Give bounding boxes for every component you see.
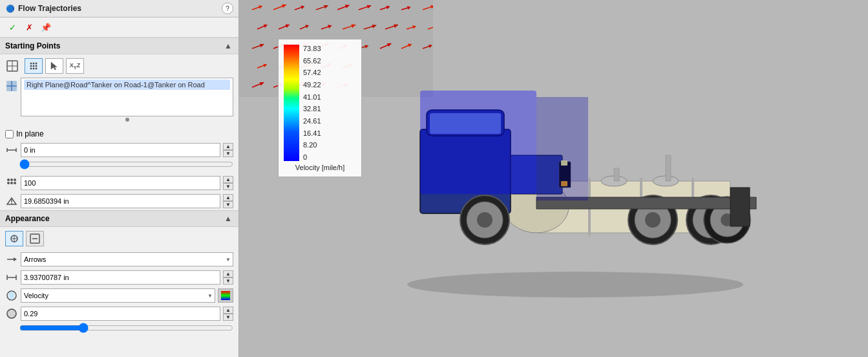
size-up[interactable]: ▲ xyxy=(223,270,233,277)
legend-val-6: 24.61 xyxy=(303,117,321,125)
svg-marker-163 xyxy=(260,44,264,48)
svg-point-3 xyxy=(30,63,32,65)
legend-val-9: 0 xyxy=(303,153,321,161)
svg-marker-111 xyxy=(351,24,355,28)
svg-marker-45 xyxy=(282,5,286,8)
svg-marker-115 xyxy=(394,24,398,28)
svg-marker-113 xyxy=(372,25,377,28)
distance-down[interactable]: ▼ xyxy=(223,150,233,157)
distance-input[interactable]: 0 in xyxy=(21,143,220,157)
svg-marker-117 xyxy=(412,25,416,29)
count-icon xyxy=(5,177,18,189)
count-down[interactable]: ▼ xyxy=(223,183,233,190)
starting-points-label: Starting Points xyxy=(5,41,60,50)
list-area: Right Plane@Road^Tanker on Road-1@Tanker… xyxy=(5,78,233,123)
opacity-slider[interactable] xyxy=(19,323,233,333)
opacity-spinner[interactable]: ▲ ▼ xyxy=(223,307,233,321)
svg-line-162 xyxy=(252,45,264,49)
size-down[interactable]: ▼ xyxy=(223,277,233,285)
svg-line-46 xyxy=(295,6,304,10)
legend-gradient xyxy=(284,45,299,161)
starting-points-collapse[interactable]: ▲ xyxy=(223,41,233,51)
result-input[interactable]: 19.6850394 in xyxy=(21,194,220,208)
count-input[interactable]: 100 xyxy=(21,176,220,190)
svg-marker-47 xyxy=(301,6,304,10)
svg-point-23 xyxy=(14,182,16,184)
svg-line-102 xyxy=(257,25,267,29)
color-swatch[interactable] xyxy=(218,288,233,303)
appearance-icon1[interactable] xyxy=(5,231,23,246)
svg-line-116 xyxy=(407,27,416,29)
count-up[interactable]: ▲ xyxy=(223,176,233,183)
svg-line-108 xyxy=(321,25,332,29)
distance-slider[interactable] xyxy=(19,159,233,169)
legend-val-1: 65.62 xyxy=(303,57,321,65)
count-spinner[interactable]: ▲ ▼ xyxy=(223,176,233,190)
grid-points-button[interactable] xyxy=(25,58,43,74)
result-spinner[interactable]: ▲ ▼ xyxy=(223,194,233,208)
opacity-slider-row xyxy=(0,323,238,338)
list-item[interactable]: Right Plane@Road^Tanker on Road-1@Tanker… xyxy=(24,80,230,90)
legend-content: 73.83 65.62 57.42 49.22 41.01 32.81 24.6… xyxy=(284,45,356,161)
truck-model xyxy=(368,32,789,310)
result-up[interactable]: ▲ xyxy=(223,194,233,201)
inplane-checkbox[interactable] xyxy=(5,130,14,138)
svg-point-10 xyxy=(33,68,35,70)
svg-line-222 xyxy=(257,65,267,68)
colorby-row: Velocity Pressure Temperature xyxy=(0,287,238,305)
help-button[interactable]: ? xyxy=(222,3,233,14)
svg-point-6 xyxy=(30,65,32,67)
opacity-down[interactable]: ▼ xyxy=(223,314,233,321)
size-icon xyxy=(5,272,18,283)
pin-button[interactable]: 📌 xyxy=(39,20,53,34)
svg-line-42 xyxy=(252,6,262,10)
distance-up[interactable]: ▲ xyxy=(223,143,233,150)
legend-val-2: 57.42 xyxy=(303,69,321,76)
svg-marker-103 xyxy=(264,25,268,28)
svg-line-56 xyxy=(401,7,410,10)
svg-marker-57 xyxy=(407,6,410,10)
legend-val-3: 49.22 xyxy=(303,81,321,89)
window-title: Flow Trajectories xyxy=(18,4,81,13)
size-spinner[interactable]: ▲ ▼ xyxy=(223,270,233,285)
plane-icon xyxy=(5,59,19,73)
starting-points-icons: XYZ xyxy=(5,58,233,74)
arrows-select[interactable]: Arrows Lines Spheres xyxy=(21,252,233,266)
svg-marker-245 xyxy=(260,82,264,86)
result-row: 19.6850394 in ▲ ▼ xyxy=(0,192,238,210)
size-input[interactable]: 3.93700787 in xyxy=(21,270,220,285)
xyz-button[interactable]: XYZ xyxy=(66,58,84,74)
toolbar: ✓ ✗ 📌 xyxy=(0,17,238,38)
opacity-input[interactable]: 0.29 xyxy=(21,307,220,321)
distance-icon xyxy=(5,144,18,156)
opacity-up[interactable]: ▲ xyxy=(223,307,233,314)
inplane-label: In plane xyxy=(16,129,44,138)
svg-line-54 xyxy=(380,6,390,10)
appearance-icon2[interactable] xyxy=(26,231,44,246)
svg-line-112 xyxy=(364,25,376,29)
opacity-row: 0.29 ▲ ▼ xyxy=(0,305,238,323)
svg-marker-51 xyxy=(345,5,350,8)
svg-point-4 xyxy=(33,63,35,65)
appearance-label: Appearance xyxy=(5,214,50,223)
viewport: 73.83 65.62 57.42 49.22 41.01 32.81 24.6… xyxy=(239,0,868,357)
cancel-button[interactable]: ✗ xyxy=(22,20,36,34)
svg-marker-43 xyxy=(259,5,262,9)
distance-row: 0 in ▲ ▼ xyxy=(0,141,238,159)
distance-spinner[interactable]: ▲ ▼ xyxy=(223,143,233,157)
result-down[interactable]: ▼ xyxy=(223,201,233,208)
svg-line-244 xyxy=(252,83,264,87)
select-points-button[interactable] xyxy=(45,58,63,74)
starting-points-list[interactable]: Right Plane@Road^Tanker on Road-1@Tanker… xyxy=(21,78,233,116)
svg-point-7 xyxy=(33,65,35,67)
svg-line-106 xyxy=(300,25,308,29)
arrows-select-wrapper: Arrows Lines Spheres xyxy=(21,252,233,266)
appearance-collapse[interactable]: ▲ xyxy=(223,213,233,224)
svg-rect-664 xyxy=(666,155,671,181)
svg-point-18 xyxy=(7,178,10,181)
legend-val-8: 8.20 xyxy=(303,141,321,149)
colorby-select[interactable]: Velocity Pressure Temperature xyxy=(21,288,215,303)
legend-val-7: 16.41 xyxy=(303,129,321,137)
legend-box: 73.83 65.62 57.42 49.22 41.01 32.81 24.6… xyxy=(278,39,362,177)
confirm-button[interactable]: ✓ xyxy=(5,20,19,34)
